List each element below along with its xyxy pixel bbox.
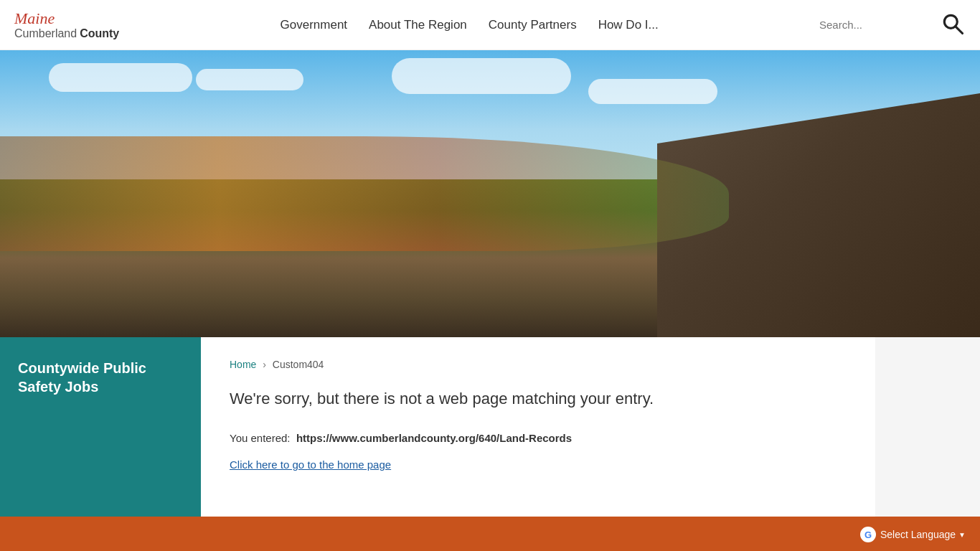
search-area (819, 11, 966, 39)
content-area: Countywide Public Safety Jobs Home › Cus… (0, 337, 980, 517)
go-home-link[interactable]: Click here to go to the home page (230, 458, 391, 471)
main-content: Home › Custom404 We're sorry, but there … (201, 337, 875, 517)
search-button[interactable] (940, 11, 966, 39)
hero-autumn-foliage (0, 136, 729, 251)
footer-bar: G Select Language ▼ (0, 517, 980, 551)
site-header: Maine Cumberland County Government About… (0, 0, 980, 50)
search-icon (940, 11, 966, 39)
logo[interactable]: Maine Cumberland County (14, 10, 119, 40)
error-entered-url: https://www.cumberlandcounty.org/640/Lan… (296, 432, 572, 444)
cloud-1 (49, 63, 192, 92)
dropdown-arrow-icon: ▼ (958, 531, 966, 539)
breadcrumb: Home › Custom404 (230, 359, 847, 370)
nav-item-how-do-i[interactable]: How Do I... (598, 18, 659, 32)
nav-item-county-partners[interactable]: County Partners (489, 18, 577, 32)
nav-item-about-region[interactable]: About The Region (369, 18, 467, 32)
cloud-3 (392, 58, 571, 94)
sidebar-title: Countywide Public Safety Jobs (18, 359, 183, 396)
error-message: We're sorry, but there is not a web page… (230, 388, 847, 410)
logo-maine: Maine (14, 10, 119, 27)
search-input[interactable] (819, 19, 934, 31)
main-nav: Government About The Region County Partn… (281, 18, 659, 32)
select-language-label: Select Language (880, 529, 956, 540)
hero-image (0, 50, 980, 337)
cloud-4 (588, 79, 717, 104)
select-language-area: G Select Language ▼ (860, 527, 966, 542)
breadcrumb-separator: › (263, 359, 266, 370)
logo-county: County (80, 27, 119, 40)
breadcrumb-home[interactable]: Home (230, 359, 256, 370)
breadcrumb-current: Custom404 (273, 359, 324, 370)
nav-item-government[interactable]: Government (281, 18, 348, 32)
error-entered-label: You entered: (230, 432, 291, 444)
logo-cumberland: Cumberland (14, 27, 77, 40)
cloud-2 (196, 69, 303, 90)
sidebar: Countywide Public Safety Jobs (0, 337, 201, 517)
svg-line-1 (956, 27, 963, 34)
error-entered: You entered: https://www.cumberlandcount… (230, 432, 847, 444)
select-language-button[interactable]: Select Language ▼ (880, 529, 966, 540)
google-logo: G (860, 527, 876, 542)
